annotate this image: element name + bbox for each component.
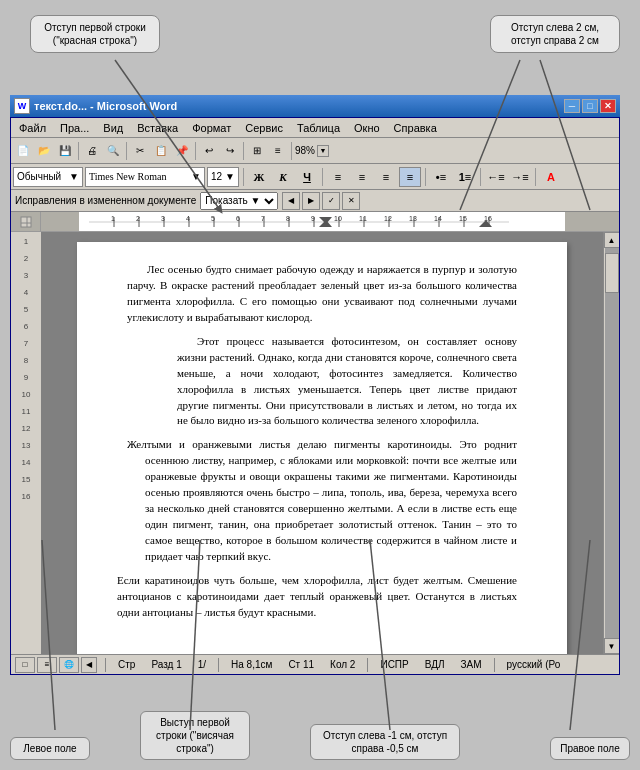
status-sep-4 bbox=[494, 658, 495, 672]
preview-button[interactable]: 🔍 bbox=[103, 141, 123, 161]
toolbar-sep-3 bbox=[195, 142, 196, 160]
track-accept-button[interactable]: ✓ bbox=[322, 192, 340, 210]
status-sep-1 bbox=[105, 658, 106, 672]
status-zam: ЗАМ bbox=[457, 659, 486, 670]
paste-button[interactable]: 📌 bbox=[172, 141, 192, 161]
underline-button[interactable]: Ч bbox=[296, 167, 318, 187]
scroll-track[interactable] bbox=[605, 248, 619, 638]
style-selector[interactable]: Обычный ▼ bbox=[13, 167, 83, 187]
align-left-button[interactable]: ≡ bbox=[327, 167, 349, 187]
ruler-white-area: 1 2 3 4 5 6 7 8 9 10 11 12 13 14 15 16 bbox=[89, 212, 555, 231]
align-right-button[interactable]: ≡ bbox=[375, 167, 397, 187]
indent-more-button[interactable]: →≡ bbox=[509, 167, 531, 187]
svg-text:3: 3 bbox=[161, 215, 165, 222]
callout-bottom-left-field-text: Левое поле bbox=[23, 743, 76, 754]
status-isp: ИСПР bbox=[376, 659, 412, 670]
menu-insert[interactable]: Вставка bbox=[131, 121, 184, 135]
menu-tools[interactable]: Сервис bbox=[239, 121, 289, 135]
toolbar-sep-5 bbox=[291, 142, 292, 160]
title-bar: W текст.do... - Microsoft Word ─ □ ✕ bbox=[10, 95, 620, 117]
nav-back-button[interactable]: ◀ bbox=[81, 657, 97, 673]
show-dropdown[interactable]: Показать ▼ bbox=[200, 192, 278, 210]
track-nav-buttons: ◀ ▶ ✓ ✕ bbox=[282, 192, 360, 210]
status-section: Разд 1 bbox=[147, 659, 185, 670]
list-number-button[interactable]: 1≡ bbox=[454, 167, 476, 187]
table-button[interactable]: ⊞ bbox=[247, 141, 267, 161]
status-vdl: ВДЛ bbox=[421, 659, 449, 670]
menu-edit[interactable]: Пра... bbox=[54, 121, 95, 135]
doc-background: Лес осенью будто снимает рабочую одежду … bbox=[41, 232, 603, 654]
menu-table[interactable]: Таблица bbox=[291, 121, 346, 135]
font-selector[interactable]: Times New Roman ▼ bbox=[85, 167, 205, 187]
menu-file[interactable]: Файл bbox=[13, 121, 52, 135]
redo-button[interactable]: ↪ bbox=[220, 141, 240, 161]
new-button[interactable]: 📄 bbox=[13, 141, 33, 161]
open-button[interactable]: 📂 bbox=[34, 141, 54, 161]
track-prev-button[interactable]: ◀ bbox=[282, 192, 300, 210]
callout-top-left: Отступ первой строки ("красная строка") bbox=[30, 15, 160, 53]
scroll-down-button[interactable]: ▼ bbox=[604, 638, 620, 654]
web-view-icon[interactable]: 🌐 bbox=[59, 657, 79, 673]
left-number-bar: 1 2 3 4 5 6 7 8 9 10 11 12 13 14 15 16 bbox=[11, 232, 41, 654]
doc-scroll-area[interactable]: Лес осенью будто снимает рабочую одежду … bbox=[41, 232, 603, 654]
align-center-button[interactable]: ≡ bbox=[351, 167, 373, 187]
ruler-ticks: 1 2 3 4 5 6 7 8 9 10 11 12 13 14 15 16 bbox=[89, 212, 555, 231]
track-next-button[interactable]: ▶ bbox=[302, 192, 320, 210]
svg-text:10: 10 bbox=[334, 215, 342, 222]
menu-format[interactable]: Формат bbox=[186, 121, 237, 135]
copy-button[interactable]: 📋 bbox=[151, 141, 171, 161]
italic-button[interactable]: К bbox=[272, 167, 294, 187]
callout-bottom-right-field: Правое поле bbox=[550, 737, 630, 760]
outline-view-icon[interactable]: ≡ bbox=[37, 657, 57, 673]
undo-button[interactable]: ↩ bbox=[199, 141, 219, 161]
svg-text:1: 1 bbox=[111, 215, 115, 222]
document-page: Лес осенью будто снимает рабочую одежду … bbox=[77, 242, 567, 654]
ruler-corner bbox=[11, 212, 41, 231]
font-size-selector[interactable]: 12 ▼ bbox=[207, 167, 239, 187]
cut-button[interactable]: ✂ bbox=[130, 141, 150, 161]
status-kol: Кол 2 bbox=[326, 659, 359, 670]
align-justify-button[interactable]: ≡ bbox=[399, 167, 421, 187]
ruler-scrollbar-space bbox=[603, 212, 619, 231]
paragraph-4: Если каратиноидов чуть больше, чем хлоро… bbox=[117, 573, 517, 621]
list-bullet-button[interactable]: •≡ bbox=[430, 167, 452, 187]
zoom-dropdown[interactable]: ▼ bbox=[317, 145, 329, 157]
save-button[interactable]: 💾 bbox=[55, 141, 75, 161]
close-button[interactable]: ✕ bbox=[600, 99, 616, 113]
svg-text:14: 14 bbox=[434, 215, 442, 222]
ruler-corner-icon bbox=[19, 215, 33, 229]
bold-button[interactable]: Ж bbox=[248, 167, 270, 187]
format-toolbar: Обычный ▼ Times New Roman ▼ 12 ▼ Ж К Ч ≡… bbox=[11, 164, 619, 190]
track-reject-button[interactable]: ✕ bbox=[342, 192, 360, 210]
svg-text:7: 7 bbox=[261, 215, 265, 222]
indent-less-button[interactable]: ←≡ bbox=[485, 167, 507, 187]
svg-rect-7 bbox=[21, 217, 31, 227]
svg-text:5: 5 bbox=[211, 215, 215, 222]
scroll-thumb[interactable] bbox=[605, 253, 619, 293]
columns-button[interactable]: ≡ bbox=[268, 141, 288, 161]
menu-window[interactable]: Окно bbox=[348, 121, 386, 135]
svg-text:13: 13 bbox=[409, 215, 417, 222]
minimize-button[interactable]: ─ bbox=[564, 99, 580, 113]
paragraph-1: Лес осенью будто снимает рабочую одежду … bbox=[127, 262, 517, 326]
ruler-right-margin bbox=[565, 212, 603, 231]
fmt-sep-3 bbox=[425, 168, 426, 186]
fmt-sep-2 bbox=[322, 168, 323, 186]
maximize-button[interactable]: □ bbox=[582, 99, 598, 113]
page-view-icon[interactable]: □ bbox=[15, 657, 35, 673]
doc-content-area: 1 2 3 4 5 6 7 8 9 10 11 12 13 14 15 16 Л… bbox=[11, 232, 619, 654]
scroll-up-button[interactable]: ▲ bbox=[604, 232, 620, 248]
callout-top-right: Отступ слева 2 см, отступ справа 2 см bbox=[490, 15, 620, 53]
callout-top-left-text: Отступ первой строки ("красная строка") bbox=[44, 22, 145, 46]
print-button[interactable]: 🖨 bbox=[82, 141, 102, 161]
svg-text:4: 4 bbox=[186, 215, 190, 222]
paragraph-3: Желтыми и оранжевыми листья делаю пигмен… bbox=[145, 437, 517, 565]
menu-view[interactable]: Вид bbox=[97, 121, 129, 135]
status-pagenum: 1/ bbox=[194, 659, 210, 670]
track-bar: Исправления в измененном документе Показ… bbox=[11, 190, 619, 212]
menu-help[interactable]: Справка bbox=[388, 121, 443, 135]
fmt-sep-5 bbox=[535, 168, 536, 186]
font-color-button[interactable]: A bbox=[540, 167, 562, 187]
ruler-row: 1 2 3 4 5 6 7 8 9 10 11 12 13 14 15 16 bbox=[11, 212, 619, 232]
callout-bottom-hanging: Выступ первой строки ("висячая строка") bbox=[140, 711, 250, 760]
